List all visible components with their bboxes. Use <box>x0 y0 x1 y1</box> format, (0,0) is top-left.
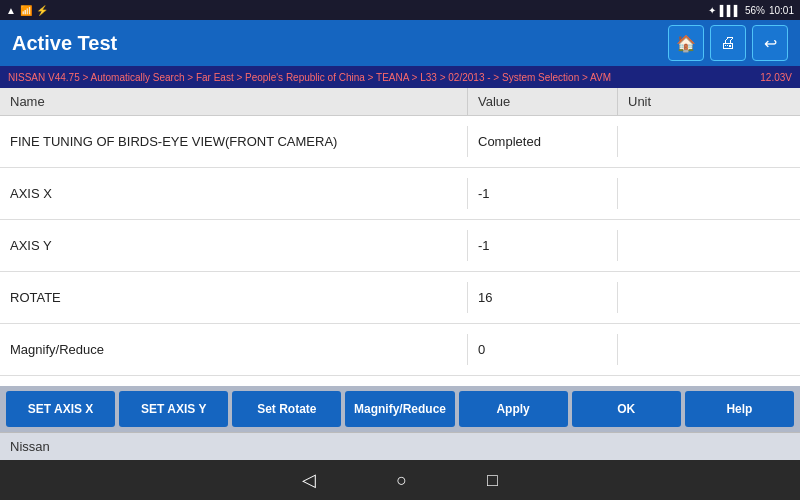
table-row: FINE TUNING OF BIRDS-EYE VIEW(FRONT CAME… <box>0 116 800 168</box>
set-rotate-button[interactable]: Set Rotate <box>232 391 341 427</box>
signal-bars-icon: ▌▌▌ <box>720 5 741 16</box>
menu-nav-icon[interactable]: □ <box>487 470 498 491</box>
wifi-icon: ▲ <box>6 5 16 16</box>
content-area: Name Value Unit FINE TUNING OF BIRDS-EYE… <box>0 88 800 460</box>
header-name: Name <box>0 88 468 115</box>
battery-level: 56% <box>745 5 765 16</box>
row-4-unit <box>618 342 800 358</box>
bluetooth-icon: ✦ <box>708 5 716 16</box>
home-icon: 🏠 <box>676 34 696 53</box>
navigation-bar: ◁ ○ □ <box>0 460 800 500</box>
signal-icon: 📶 <box>20 5 32 16</box>
print-button[interactable]: 🖨 <box>710 25 746 61</box>
row-1-unit <box>618 186 800 202</box>
breadcrumb: NISSAN V44.75 > Automatically Search > F… <box>0 66 800 88</box>
header-actions: 🏠 🖨 ↩ <box>668 25 788 61</box>
row-0-value: Completed <box>468 126 618 157</box>
set-axis-x-button[interactable]: SET AXIS X <box>6 391 115 427</box>
exit-icon: ↩ <box>764 34 777 53</box>
table-row: ROTATE 16 <box>0 272 800 324</box>
action-button-bar: SET AXIS X SET AXIS Y Set Rotate Magnify… <box>0 386 800 432</box>
magnify-reduce-button[interactable]: Magnify/Reduce <box>345 391 454 427</box>
row-2-value: -1 <box>468 230 618 261</box>
table-row: AXIS Y -1 <box>0 220 800 272</box>
page-title: Active Test <box>12 32 117 55</box>
status-bar: ▲ 📶 ⚡ ✦ ▌▌▌ 56% 10:01 <box>0 0 800 20</box>
set-axis-y-button[interactable]: SET AXIS Y <box>119 391 228 427</box>
row-1-name: AXIS X <box>0 178 468 209</box>
voltage-display: 12.03V <box>760 72 792 83</box>
header-unit: Unit <box>618 88 800 115</box>
table-header-row: Name Value Unit <box>0 88 800 116</box>
row-4-value: 0 <box>468 334 618 365</box>
row-3-value: 16 <box>468 282 618 313</box>
exit-button[interactable]: ↩ <box>752 25 788 61</box>
home-nav-icon[interactable]: ○ <box>396 470 407 491</box>
clock: 10:01 <box>769 5 794 16</box>
header: Active Test 🏠 🖨 ↩ <box>0 20 800 66</box>
print-icon: 🖨 <box>720 34 736 52</box>
header-value: Value <box>468 88 618 115</box>
apply-button[interactable]: Apply <box>459 391 568 427</box>
row-3-name: ROTATE <box>0 282 468 313</box>
back-nav-icon[interactable]: ◁ <box>302 469 316 491</box>
status-left-icons: ▲ 📶 ⚡ <box>6 5 48 16</box>
main-container: Active Test 🏠 🖨 ↩ NISSAN V44.75 > Automa… <box>0 20 800 500</box>
status-right: ✦ ▌▌▌ 56% 10:01 <box>708 5 794 16</box>
help-button[interactable]: Help <box>685 391 794 427</box>
footer-text: Nissan <box>10 439 50 454</box>
bt-icon: ⚡ <box>36 5 48 16</box>
table-row: AXIS X -1 <box>0 168 800 220</box>
table-row: Magnify/Reduce 0 <box>0 324 800 376</box>
row-0-unit <box>618 134 800 150</box>
footer: Nissan <box>0 432 800 460</box>
data-table: Name Value Unit FINE TUNING OF BIRDS-EYE… <box>0 88 800 376</box>
breadcrumb-text: NISSAN V44.75 > Automatically Search > F… <box>8 72 611 83</box>
ok-button[interactable]: OK <box>572 391 681 427</box>
row-0-name: FINE TUNING OF BIRDS-EYE VIEW(FRONT CAME… <box>0 126 468 157</box>
row-4-name: Magnify/Reduce <box>0 334 468 365</box>
row-2-name: AXIS Y <box>0 230 468 261</box>
table-spacer <box>0 376 800 386</box>
row-3-unit <box>618 290 800 306</box>
home-button[interactable]: 🏠 <box>668 25 704 61</box>
row-1-value: -1 <box>468 178 618 209</box>
row-2-unit <box>618 238 800 254</box>
